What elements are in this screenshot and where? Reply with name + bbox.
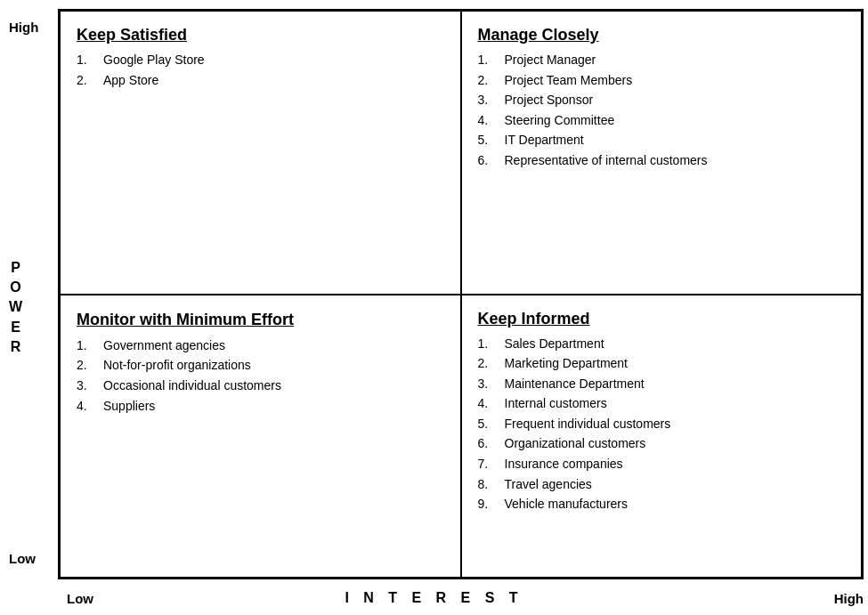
list-item: 5.IT Department	[478, 132, 846, 150]
list-item: 2.Marketing Department	[478, 355, 846, 373]
monitor-list: 1.Government agencies 2.Not-for-profit o…	[77, 337, 444, 415]
list-item: 2.Project Team Members	[478, 72, 846, 90]
manage-closely-list: 1.Project Manager 2.Project Team Members…	[478, 52, 846, 170]
quadrant-keep-satisfied: Keep Satisfied 1.Google Play Store 2.App…	[60, 11, 461, 295]
list-item: 5.Frequent individual customers	[478, 416, 846, 433]
keep-satisfied-list: 1.Google Play Store 2.App Store	[77, 52, 444, 89]
list-item: 4.Internal customers	[478, 395, 846, 413]
quadrant-monitor: Monitor with Minimum Effort 1.Government…	[60, 295, 461, 579]
list-item: 3.Maintenance Department	[478, 376, 846, 393]
list-item: 6.Organizational customers	[478, 435, 846, 453]
list-item: 7.Insurance companies	[478, 456, 846, 473]
quadrant-keep-informed: Keep Informed 1.Sales Department 2.Marke…	[461, 295, 863, 579]
manage-closely-title: Manage Closely	[478, 26, 846, 45]
list-item: 1.Project Manager	[478, 52, 846, 69]
list-item: 6.Representative of internal customers	[478, 152, 846, 170]
keep-informed-title: Keep Informed	[478, 310, 846, 328]
list-item: 3.Occasional individual customers	[77, 377, 444, 395]
list-item: 4.Steering Committee	[478, 112, 846, 130]
keep-informed-list: 1.Sales Department 2.Marketing Departmen…	[478, 336, 846, 514]
list-item: 1.Sales Department	[478, 336, 846, 353]
list-item: 1.Government agencies	[77, 337, 444, 355]
y-low-label: Low	[9, 551, 36, 566]
y-axis-label: P O W E R	[9, 258, 24, 358]
x-low-label: Low	[67, 591, 93, 606]
stakeholder-grid: Keep Satisfied 1.Google Play Store 2.App…	[58, 9, 864, 579]
list-item: 9.Vehicle manufacturers	[478, 496, 846, 514]
x-high-label: High	[834, 591, 864, 606]
list-item: 4.Suppliers	[77, 398, 444, 416]
y-high-label: High	[9, 20, 38, 35]
main-container: High P O W E R Low Low I N T E R E S T H…	[0, 0, 868, 615]
keep-satisfied-title: Keep Satisfied	[77, 26, 444, 45]
x-interest-label: I N T E R E S T	[345, 590, 523, 606]
list-item: 3.Project Sponsor	[478, 92, 846, 109]
monitor-title: Monitor with Minimum Effort	[77, 310, 444, 330]
list-item: 1.Google Play Store	[77, 52, 444, 69]
list-item: 2.App Store	[77, 72, 444, 90]
list-item: 2.Not-for-profit organizations	[77, 357, 444, 375]
list-item: 8.Travel agencies	[478, 476, 846, 494]
quadrant-manage-closely: Manage Closely 1.Project Manager 2.Proje…	[461, 11, 863, 295]
